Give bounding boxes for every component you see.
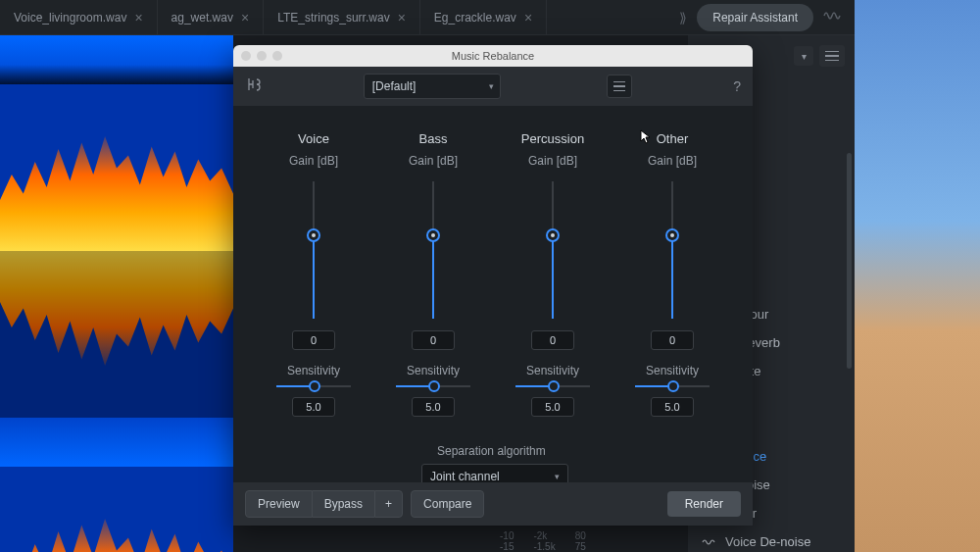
gain-slider[interactable] — [313, 181, 315, 319]
tab-bar: Voice_livingroom.wav× ag_wet.wav× LTE_st… — [0, 0, 855, 35]
gain-slider[interactable] — [432, 181, 434, 319]
gain-value[interactable]: 0 — [651, 330, 694, 350]
separation-label: Separation algorithm — [437, 444, 546, 458]
tab-label: Eg_crackle.wav — [434, 11, 516, 25]
tab-overflow-icon[interactable]: ⟫ — [679, 10, 687, 25]
menu-icon[interactable] — [819, 45, 845, 67]
sensitivity-label: Sensitivity — [287, 364, 340, 377]
channel-name: Percussion — [521, 131, 584, 146]
slider-thumb[interactable] — [667, 380, 679, 392]
tab-label: ag_wet.wav — [172, 11, 233, 25]
scrollbar[interactable] — [847, 153, 852, 369]
slider-thumb[interactable] — [546, 228, 560, 242]
modal-body: Voice Gain [dB] 0 Sensitivity 5.0 Bass G… — [233, 106, 753, 501]
file-tab[interactable]: LTE_strings_surr.wav× — [264, 0, 420, 35]
close-icon[interactable]: × — [241, 10, 249, 25]
minimize-window-icon[interactable] — [257, 51, 267, 61]
file-tab[interactable]: Eg_crackle.wav× — [420, 0, 547, 35]
sensitivity-slider[interactable] — [396, 385, 470, 387]
file-tab[interactable]: ag_wet.wav× — [158, 0, 265, 35]
slider-thumb[interactable] — [309, 380, 320, 392]
close-window-icon[interactable] — [241, 51, 251, 61]
gain-value[interactable]: 0 — [292, 330, 335, 350]
slider-thumb[interactable] — [426, 228, 440, 242]
chevron-down-icon[interactable]: ▾ — [794, 46, 813, 66]
modal-footer: Preview Bypass + Compare Render — [233, 482, 753, 526]
render-button[interactable]: Render — [667, 491, 741, 517]
slider-thumb[interactable] — [665, 228, 679, 242]
gain-label: Gain [dB] — [289, 154, 338, 168]
channel-name: Other — [657, 131, 689, 146]
gain-label: Gain [dB] — [648, 154, 697, 168]
close-icon[interactable]: × — [524, 10, 532, 25]
file-tab[interactable]: Voice_livingroom.wav× — [0, 0, 158, 35]
gain-slider[interactable] — [552, 181, 554, 319]
music-rebalance-modal: Music Rebalance [Default] ? Voice Gain [… — [233, 45, 753, 526]
sensitivity-value[interactable]: 5.0 — [651, 397, 694, 417]
sensitivity-slider[interactable] — [635, 385, 710, 387]
channel-other: Other Gain [dB] 0 Sensitivity 5.0 — [619, 131, 725, 430]
separation-value: Joint channel — [430, 470, 500, 483]
sensitivity-slider[interactable] — [515, 385, 590, 387]
gain-label: Gain [dB] — [528, 154, 577, 168]
close-icon[interactable]: × — [134, 10, 142, 25]
spectrogram-view[interactable] — [0, 35, 233, 552]
modal-title: Music Rebalance — [452, 50, 534, 62]
waveform-icon[interactable] — [823, 8, 843, 27]
modal-titlebar[interactable]: Music Rebalance — [233, 45, 753, 67]
sensitivity-label: Sensitivity — [407, 364, 460, 377]
sensitivity-label: Sensitivity — [526, 364, 579, 377]
sensitivity-slider[interactable] — [276, 385, 351, 387]
bypass-button[interactable]: Bypass — [313, 490, 374, 518]
preset-value: [Default] — [372, 79, 416, 93]
add-button[interactable]: + — [374, 490, 403, 518]
gain-label: Gain [dB] — [409, 154, 458, 168]
maximize-window-icon[interactable] — [272, 51, 282, 61]
gain-value[interactable]: 0 — [412, 330, 455, 350]
slider-thumb[interactable] — [548, 380, 560, 392]
menu-icon[interactable] — [607, 75, 632, 98]
sidebar-item[interactable]: Voice De-noise — [688, 527, 855, 552]
gain-slider[interactable] — [671, 181, 673, 319]
gain-value[interactable]: 0 — [531, 330, 574, 350]
channel-percussion: Percussion Gain [dB] 0 Sensitivity 5.0 — [500, 131, 606, 430]
tab-label: LTE_strings_surr.wav — [277, 11, 390, 25]
tab-label: Voice_livingroom.wav — [14, 11, 126, 25]
sensitivity-label: Sensitivity — [646, 364, 699, 377]
preset-select[interactable]: [Default] — [364, 74, 501, 99]
modal-header: [Default] ? — [233, 67, 753, 106]
sensitivity-value[interactable]: 5.0 — [292, 397, 335, 417]
slider-thumb[interactable] — [307, 228, 320, 242]
ruler-labels: -10-15 -2k-1.5k 8075 — [500, 530, 586, 552]
module-logo-icon — [245, 75, 263, 97]
repair-assistant-button[interactable]: Repair Assistant — [697, 4, 813, 31]
sensitivity-value[interactable]: 5.0 — [531, 397, 574, 417]
close-icon[interactable]: × — [398, 10, 406, 25]
voice-icon — [702, 537, 717, 547]
preview-button[interactable]: Preview — [245, 490, 313, 518]
sensitivity-value[interactable]: 5.0 — [412, 397, 455, 417]
cursor-icon — [639, 129, 655, 145]
help-icon[interactable]: ? — [733, 78, 741, 94]
channel-bass: Bass Gain [dB] 0 Sensitivity 5.0 — [380, 131, 486, 430]
channel-name: Voice — [298, 131, 329, 146]
compare-button[interactable]: Compare — [411, 490, 484, 518]
channel-voice: Voice Gain [dB] 0 Sensitivity 5.0 — [261, 131, 367, 430]
sidebar-item-label: Voice De-noise — [725, 534, 810, 549]
slider-thumb[interactable] — [428, 380, 440, 392]
channel-name: Bass — [419, 131, 448, 146]
